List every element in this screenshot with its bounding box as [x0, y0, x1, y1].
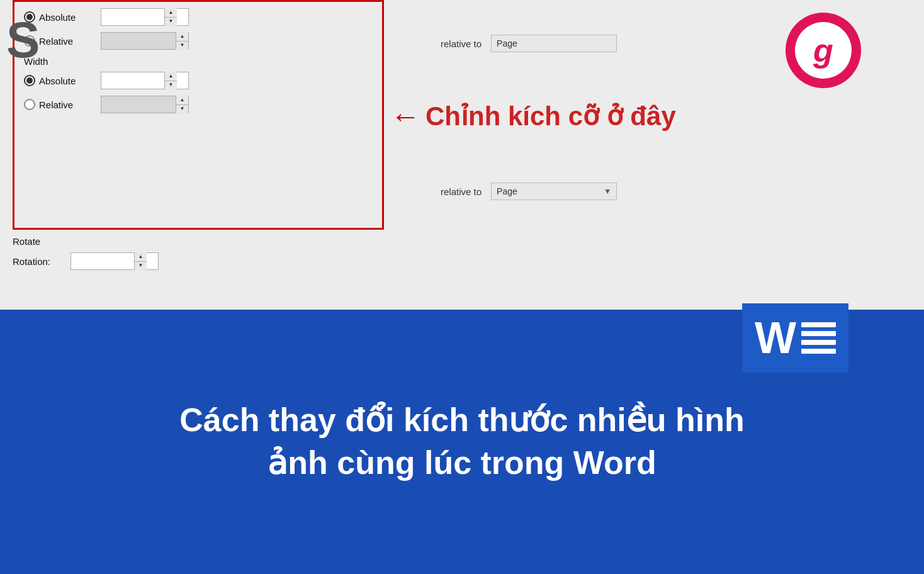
size-box: Absolute 3.69" ▲ ▼ Relative ▲ ▼ [13, 0, 384, 230]
height-relative-label: Relative [39, 36, 73, 47]
width-absolute-up-button[interactable]: ▲ [165, 72, 177, 81]
partial-letter: S [6, 11, 40, 69]
height-relative-to-box: Page [491, 35, 617, 52]
red-arrow-icon: ← [390, 101, 420, 132]
word-lines [801, 322, 836, 354]
height-relative-to-value: Page [497, 38, 517, 48]
width-absolute-spinner-buttons[interactable]: ▲ ▼ [164, 72, 177, 89]
width-absolute-label: Absolute [39, 76, 76, 86]
annotation-group: ← Chỉnh kích cỡ ở đây [390, 101, 676, 132]
width-section-label: Width [24, 56, 373, 67]
width-relative-to-section: relative to Page ▼ [441, 183, 617, 200]
logo-circle: g [786, 13, 861, 88]
rotation-row: Rotation: 0° ▲ ▼ [13, 252, 159, 270]
blue-banner: W Cách thay đổi kích thước nhiều hình ản… [0, 310, 924, 574]
word-w-letter: W [755, 313, 796, 363]
width-relative-label: Relative [39, 99, 73, 110]
width-relative-to-box[interactable]: Page ▼ [491, 183, 617, 200]
width-absolute-spinner[interactable]: 5.34" ▲ ▼ [101, 72, 189, 89]
width-relative-radio[interactable] [24, 99, 35, 110]
word-line-4 [801, 349, 836, 354]
word-line-3 [801, 340, 836, 345]
width-absolute-down-button[interactable]: ▼ [165, 81, 177, 90]
width-relative-up-button[interactable]: ▲ [176, 96, 188, 105]
width-relative-row: Relative ▲ ▼ [24, 96, 373, 113]
height-relative-down-button[interactable]: ▼ [176, 42, 188, 50]
rotation-spinner[interactable]: 0° ▲ ▼ [70, 252, 159, 270]
width-relative-spinner-buttons[interactable]: ▲ ▼ [176, 96, 188, 113]
rotation-input[interactable]: 0° [71, 253, 134, 269]
width-relative-spinner: ▲ ▼ [101, 96, 189, 113]
dialog-area: Absolute 3.69" ▲ ▼ Relative ▲ ▼ [0, 0, 924, 352]
logo-letter: g [795, 22, 852, 79]
rotation-up-button[interactable]: ▲ [135, 252, 147, 262]
word-line-2 [801, 331, 836, 336]
height-absolute-up-button[interactable]: ▲ [165, 8, 177, 18]
rotate-section: Rotate Rotation: 0° ▲ ▼ [13, 236, 159, 270]
annotation-text: Chỉnh kích cỡ ở đây [425, 101, 676, 132]
word-line-1 [801, 322, 836, 327]
word-icon-bg: W [742, 303, 848, 373]
height-absolute-spinner[interactable]: 3.69" ▲ ▼ [101, 8, 189, 26]
height-absolute-row: Absolute 3.69" ▲ ▼ [24, 8, 373, 26]
rotation-down-button[interactable]: ▼ [135, 262, 147, 271]
width-relative-to-dropdown-arrow[interactable]: ▼ [604, 187, 611, 196]
height-absolute-spinner-buttons[interactable]: ▲ ▼ [164, 8, 177, 26]
height-absolute-down-button[interactable]: ▼ [165, 18, 177, 26]
banner-line2: ảnh cùng lúc trong Word [217, 442, 706, 485]
height-relative-to-label: relative to [441, 38, 482, 49]
width-absolute-row: Absolute 5.34" ▲ ▼ [24, 72, 373, 89]
rotation-spinner-buttons[interactable]: ▲ ▼ [134, 252, 147, 270]
width-relative-down-button[interactable]: ▼ [176, 105, 188, 114]
width-absolute-radio[interactable] [24, 75, 35, 86]
rotate-section-label: Rotate [13, 236, 40, 247]
width-relative-radio-group[interactable]: Relative [24, 99, 93, 110]
height-absolute-input[interactable]: 3.69" [101, 9, 164, 25]
logo-g-letter: g [813, 31, 833, 69]
width-absolute-radio-group[interactable]: Absolute [24, 75, 93, 86]
word-icon-container: W [742, 303, 848, 373]
width-relative-to-value: Page [497, 186, 517, 196]
height-relative-to-section: relative to Page [441, 35, 617, 52]
rotation-label: Rotation: [13, 256, 63, 267]
width-absolute-input[interactable]: 5.34" [101, 72, 164, 89]
height-relative-up-button[interactable]: ▲ [176, 32, 188, 42]
height-absolute-label: Absolute [39, 12, 76, 23]
banner-line1: Cách thay đổi kích thước nhiều hình [129, 399, 795, 442]
height-relative-spinner-buttons[interactable]: ▲ ▼ [176, 32, 188, 50]
height-relative-row: Relative ▲ ▼ [24, 32, 373, 50]
height-relative-spinner: ▲ ▼ [101, 32, 189, 50]
width-relative-to-label: relative to [441, 186, 482, 197]
